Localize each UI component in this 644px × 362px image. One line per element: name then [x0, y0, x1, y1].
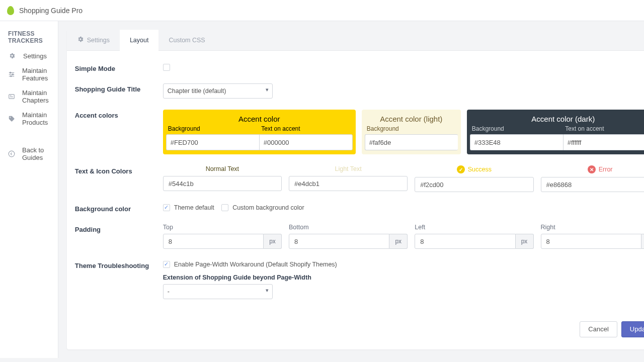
- label-padding: Padding: [75, 224, 163, 249]
- sidebar-item-products[interactable]: Maintain Products: [0, 108, 58, 130]
- input-accent-light-bg[interactable]: [365, 134, 458, 150]
- accent-card-light: Accent color (light) Background: [362, 110, 461, 154]
- sidebar-item-label: Back to Guides: [22, 146, 50, 161]
- input-pad-left[interactable]: [415, 234, 515, 249]
- sidebar-header: FITNESS TRACKERS: [0, 30, 58, 48]
- checkbox-simple-mode[interactable]: [163, 64, 170, 71]
- sidebar: FITNESS TRACKERS Settings Maintain Featu…: [0, 21, 58, 358]
- checkbox-page-width[interactable]: [163, 261, 170, 268]
- label-theme-default: Theme default: [174, 204, 214, 211]
- label-bg-color: Background color: [75, 203, 163, 213]
- sliders-icon: [8, 70, 15, 78]
- tab-settings[interactable]: Settings: [67, 30, 120, 50]
- label-pad-left: Left: [415, 224, 533, 231]
- unit-label: px: [641, 234, 644, 249]
- input-pad-bottom[interactable]: [289, 234, 389, 249]
- tab-label: Layout: [130, 37, 149, 44]
- update-button[interactable]: Update: [621, 321, 644, 337]
- tab-layout[interactable]: Layout: [120, 30, 159, 51]
- select-guide-title[interactable]: Chapter title (default): [163, 83, 273, 99]
- check-circle-icon: ✓: [457, 165, 465, 173]
- accent-title: Accent color (dark): [470, 115, 644, 123]
- label-custom-bg: Custom background color: [232, 204, 304, 211]
- checkbox-theme-default[interactable]: [163, 204, 170, 211]
- topbar: Shopping Guide Pro: [0, 0, 644, 21]
- label-page-width: Enable Page-Width Workaround (Default Sh…: [174, 261, 337, 268]
- sidebar-item-back[interactable]: Back to Guides: [0, 143, 58, 165]
- sidebar-item-features[interactable]: Maintain Features: [0, 63, 58, 85]
- tab-label: Settings: [87, 37, 110, 44]
- back-arrow-icon: [8, 150, 15, 158]
- accent-title: Accent color (light): [365, 115, 458, 123]
- sidebar-item-label: Settings: [23, 52, 47, 60]
- label-guide-title: Shopping Guide Title: [75, 83, 163, 99]
- label-pad-top: Top: [163, 224, 282, 231]
- input-success[interactable]: [415, 177, 533, 192]
- label-pad-right: Right: [541, 224, 645, 231]
- unit-label: px: [389, 234, 408, 249]
- input-pad-top[interactable]: [163, 234, 264, 249]
- accent-card-dark: Accent color (dark) BackgroundText on ac…: [467, 110, 644, 154]
- input-accent-bg[interactable]: [166, 134, 259, 150]
- cancel-button[interactable]: Cancel: [580, 321, 617, 337]
- label-extension: Extension of Shopping Guide beyond Page-…: [163, 274, 644, 281]
- input-pad-right[interactable]: [541, 234, 641, 249]
- svg-point-3: [10, 72, 11, 73]
- app-logo-icon: [7, 6, 14, 15]
- input-light-text[interactable]: [289, 176, 408, 191]
- sidebar-item-label: Maintain Features: [22, 67, 50, 82]
- sidebar-item-label: Maintain Chapters: [22, 89, 50, 104]
- chapters-icon: [8, 93, 15, 101]
- label-troubleshoot: Theme Troubleshooting: [75, 260, 163, 299]
- label-simple-mode: Simple Mode: [75, 63, 163, 72]
- svg-point-4: [12, 74, 13, 75]
- accent-title: Accent color: [166, 115, 353, 123]
- input-accent-dark-bg[interactable]: [470, 134, 563, 150]
- select-extension[interactable]: -: [163, 284, 273, 299]
- input-normal-text[interactable]: [163, 176, 282, 191]
- tabs: Settings Layout Custom CSS: [67, 30, 644, 51]
- label-error: Error: [599, 166, 613, 173]
- sidebar-item-label: Maintain Products: [22, 111, 50, 126]
- label-accent-colors: Accent colors: [75, 110, 163, 154]
- label-pad-bottom: Bottom: [289, 224, 408, 231]
- svg-point-5: [11, 75, 12, 76]
- sidebar-item-chapters[interactable]: Maintain Chapters: [0, 85, 58, 108]
- gear-icon: [77, 36, 84, 44]
- checkbox-custom-bg[interactable]: [221, 204, 228, 211]
- tag-icon: [8, 115, 15, 123]
- unit-label: px: [264, 234, 282, 249]
- input-accent-dark-text[interactable]: [563, 134, 644, 150]
- sidebar-item-settings[interactable]: Settings: [0, 48, 58, 63]
- accent-card-main: Accent color BackgroundText on accent: [163, 110, 356, 154]
- label-text-colors: Text & Icon Colors: [75, 165, 163, 192]
- content-card: Settings Layout Custom CSS Simple Mode S…: [67, 30, 644, 349]
- app-title: Shopping Guide Pro: [19, 7, 83, 15]
- x-circle-icon: ✕: [588, 165, 596, 173]
- label-light-text: Light Text: [289, 165, 408, 172]
- input-accent-text[interactable]: [259, 134, 353, 150]
- gear-icon: [8, 52, 16, 60]
- svg-point-9: [9, 151, 15, 157]
- label-normal-text: Normal Text: [163, 165, 282, 172]
- tab-custom-css[interactable]: Custom CSS: [158, 30, 215, 50]
- unit-label: px: [516, 234, 534, 249]
- input-error[interactable]: [541, 177, 645, 192]
- label-success: Success: [468, 166, 492, 173]
- tab-label: Custom CSS: [169, 37, 205, 44]
